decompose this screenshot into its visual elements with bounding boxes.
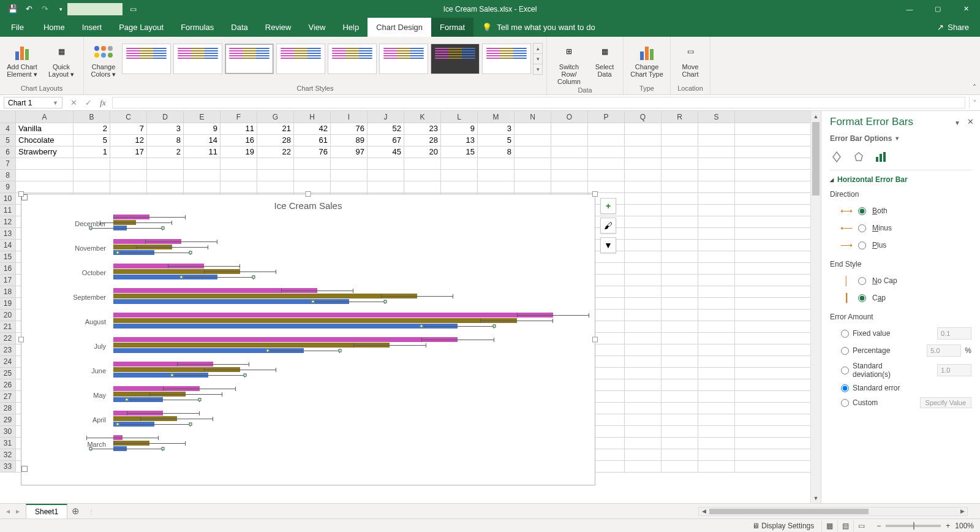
column-header[interactable]: F [221,111,257,123]
error-bar[interactable] [118,253,190,253]
error-bar[interactable] [421,326,494,327]
cell[interactable] [625,403,662,414]
zoom-out-icon[interactable]: − [876,522,881,530]
cell[interactable] [698,275,735,286]
effects-icon[interactable] [852,150,865,164]
formula-bar-expand-icon[interactable]: ˅ [969,97,980,108]
bar-group[interactable]: July [113,337,582,355]
style-thumb-6[interactable] [379,44,428,74]
column-header[interactable]: S [698,111,735,123]
cell[interactable] [662,310,698,321]
cell[interactable]: 13 [441,135,478,146]
cell[interactable]: 20 [404,146,441,158]
cell[interactable]: 17 [110,146,147,158]
ribbon-display-options-icon[interactable]: ▭ [126,5,140,13]
cell[interactable] [588,170,625,181]
select-data-button[interactable]: ▦ Select Data [590,39,619,78]
style-thumb-8[interactable] [482,44,531,74]
cell[interactable] [551,181,588,192]
cell[interactable]: 28 [257,135,294,146]
cell[interactable] [625,193,662,204]
cell[interactable]: 76 [331,123,368,134]
cell[interactable]: 2 [147,146,184,158]
cell[interactable]: Chocolate [16,135,74,146]
cell[interactable] [662,368,698,379]
cell[interactable] [441,181,478,192]
error-bar[interactable] [172,375,244,376]
cell[interactable] [698,438,735,449]
new-sheet-button[interactable]: ⊕ [67,504,83,519]
cell[interactable] [662,379,698,390]
cell[interactable]: 8 [147,135,184,146]
error-bar[interactable] [118,424,190,425]
cell[interactable]: 3 [147,123,184,134]
cell[interactable] [221,181,257,192]
cell[interactable] [404,170,441,181]
column-header[interactable]: R [662,111,698,123]
chart-plot-area[interactable]: DecemberNovemberOctoberSeptemberAugustJu… [21,215,595,466]
cell[interactable] [514,170,551,181]
amount-stderr-option[interactable]: Standard error [830,381,971,395]
cell[interactable] [662,170,698,181]
row-header[interactable]: 22 [0,333,16,344]
cell[interactable] [441,158,478,169]
cell[interactable] [662,449,698,460]
cell[interactable]: 97 [331,146,368,158]
cell[interactable] [625,379,662,390]
sheet-nav[interactable]: ◂ ▸ [0,504,26,519]
column-header[interactable]: E [184,111,221,123]
cell[interactable] [478,170,514,181]
cell[interactable] [221,170,257,181]
bar-strawberry[interactable] [113,313,582,317]
cell[interactable] [588,158,625,169]
bar-chocolate[interactable] [113,441,582,446]
cell[interactable]: 76 [294,146,331,158]
scroll-left-icon[interactable]: ◀ [699,507,709,515]
formula-input[interactable] [113,97,965,108]
tab-help[interactable]: Help [334,18,368,37]
cell[interactable] [625,170,662,181]
cell[interactable] [662,181,698,192]
qat-customize-icon[interactable]: ▾ [54,2,67,16]
cell[interactable] [625,240,662,251]
row-header[interactable]: 30 [0,426,16,437]
move-chart-button[interactable]: ▭ Move Chart [674,39,706,78]
bar-strawberry[interactable] [113,264,582,268]
bar-vanilla[interactable] [113,299,582,304]
cell[interactable] [588,135,625,146]
cell[interactable]: 21 [257,123,294,134]
chart-object[interactable]: Ice Cream Sales DecemberNovemberOctoberS… [21,194,595,485]
cell[interactable] [16,158,74,169]
direction-both-option[interactable]: ⟷Both [830,202,971,219]
row-header[interactable]: 6 [0,146,16,158]
cell[interactable]: 12 [110,135,147,146]
cell[interactable] [662,298,698,309]
page-layout-view-icon[interactable]: ▤ [837,520,853,532]
style-thumb-7[interactable] [431,44,480,74]
tell-me-search[interactable]: 💡 Tell me what you want to do [473,18,603,37]
cell[interactable] [662,228,698,239]
error-bar[interactable] [268,351,340,351]
cell[interactable] [698,356,735,367]
cell[interactable] [662,403,698,414]
cell[interactable] [698,216,735,227]
change-colors-button[interactable]: Change Colors ▾ [88,39,119,78]
endstyle-nocap-option[interactable]: │No Cap [830,272,971,289]
bar-vanilla[interactable] [113,324,582,329]
cell[interactable] [662,414,698,425]
cell[interactable] [698,310,735,321]
cell[interactable] [368,181,404,192]
cell[interactable] [698,368,735,379]
cell[interactable] [147,158,184,169]
error-bar[interactable] [313,302,385,302]
bar-group[interactable]: October [113,264,582,282]
cell[interactable] [662,263,698,274]
cell[interactable]: 42 [294,123,331,134]
cell[interactable] [514,158,551,169]
column-header[interactable]: J [368,111,404,123]
bar-vanilla[interactable] [113,373,582,378]
cell[interactable] [698,205,735,216]
cell[interactable] [257,181,294,192]
cell[interactable] [74,158,110,169]
share-button[interactable]: ↗ Share [926,18,980,37]
